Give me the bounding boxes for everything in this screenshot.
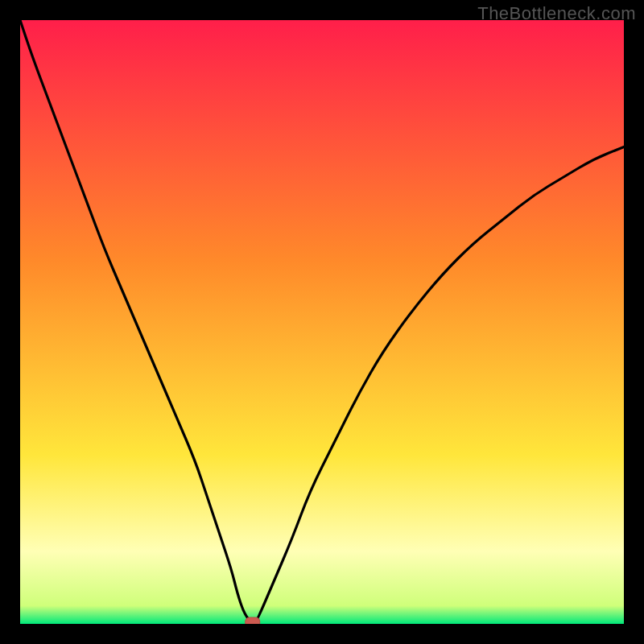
watermark-text: TheBottleneck.com — [477, 3, 636, 24]
canvas-root: TheBottleneck.com — [0, 0, 644, 644]
plot-background — [20, 20, 624, 624]
bottleneck-chart — [20, 20, 624, 624]
plot-frame — [20, 20, 624, 624]
optimal-point-marker — [246, 617, 260, 624]
